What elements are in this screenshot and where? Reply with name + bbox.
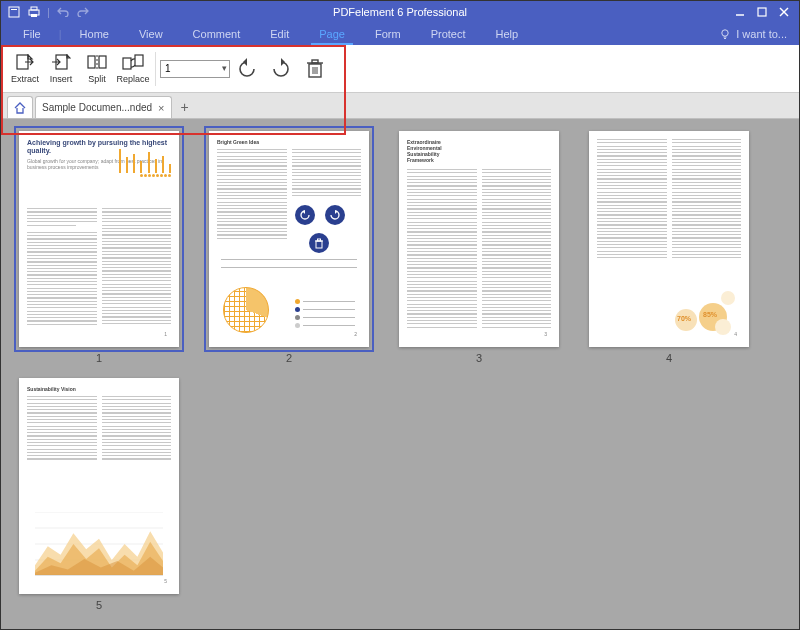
svg-point-9	[722, 30, 728, 36]
chevron-down-icon: ▾	[222, 63, 227, 73]
insert-icon	[50, 53, 72, 73]
toolbar-separator	[155, 52, 156, 86]
page4-bubbles: 70% 85%	[671, 289, 741, 339]
page5-heading: Sustainability Vision	[27, 386, 171, 392]
split-label: Split	[88, 74, 106, 84]
titlebar: | PDFelement 6 Professional	[1, 1, 799, 23]
page2-pie-chart	[223, 287, 269, 333]
minimize-button[interactable]	[731, 5, 749, 19]
split-button[interactable]: Split	[79, 53, 115, 84]
menu-edit[interactable]: Edit	[256, 25, 303, 43]
replace-icon	[122, 53, 144, 73]
page-number-input[interactable]: 1 ▾	[160, 60, 230, 78]
insert-label: Insert	[50, 74, 73, 84]
thumbnail-grid[interactable]: Achieving growth by pursuing the highest…	[1, 119, 799, 630]
delete-button[interactable]	[302, 56, 328, 82]
rotate-ccw-button[interactable]	[234, 56, 260, 82]
maximize-button[interactable]	[753, 5, 771, 19]
page3-heading: Extraordinaire Environmental Sustainabil…	[407, 139, 467, 163]
rotate-cw-button[interactable]	[268, 56, 294, 82]
svg-rect-1	[11, 9, 17, 10]
page-number-2: 2	[286, 352, 292, 364]
menu-file[interactable]: File	[9, 25, 55, 43]
page-number-1: 1	[96, 352, 102, 364]
menu-page[interactable]: Page	[305, 25, 359, 43]
page-toolbar: Extract Insert Split Replace 1 ▾	[1, 45, 799, 93]
page-number-3: 3	[476, 352, 482, 364]
svg-rect-17	[123, 58, 131, 69]
svg-rect-15	[99, 56, 106, 68]
tab-strip: Sample Documen...nded × +	[1, 93, 799, 119]
extract-label: Extract	[11, 74, 39, 84]
menu-comment[interactable]: Comment	[179, 25, 255, 43]
replace-label: Replace	[116, 74, 149, 84]
bulb-icon	[719, 28, 731, 40]
document-tab-title: Sample Documen...nded	[42, 102, 152, 113]
home-icon	[13, 102, 27, 114]
replace-button[interactable]: Replace	[115, 53, 151, 84]
tab-close-button[interactable]: ×	[158, 102, 164, 114]
home-tab[interactable]	[7, 96, 33, 118]
document-tab[interactable]: Sample Documen...nded ×	[35, 96, 172, 118]
split-icon	[86, 53, 108, 73]
svg-rect-6	[758, 8, 766, 16]
app-icon	[7, 5, 21, 19]
page-number-value: 1	[165, 63, 171, 74]
svg-rect-25	[316, 241, 322, 248]
page2-heading: Bright Green Idea	[217, 139, 361, 145]
page-thumbnail-3[interactable]: Extraordinaire Environmental Sustainabil…	[399, 131, 559, 347]
extract-icon	[14, 53, 36, 73]
menu-help[interactable]: Help	[481, 25, 532, 43]
page-thumbnail-5[interactable]: Sustainability Vision	[19, 378, 179, 594]
menu-form[interactable]: Form	[361, 25, 415, 43]
svg-rect-4	[31, 14, 37, 17]
menu-home[interactable]: Home	[66, 25, 123, 43]
page-thumbnail-1[interactable]: Achieving growth by pursuing the highest…	[19, 131, 179, 347]
extract-button[interactable]: Extract	[7, 53, 43, 84]
svg-rect-27	[318, 239, 321, 241]
insert-button[interactable]: Insert	[43, 53, 79, 84]
app-title: PDFelement 6 Professional	[333, 6, 467, 18]
new-tab-button[interactable]: +	[174, 96, 196, 118]
page2-legend	[295, 299, 355, 331]
page-number-5: 5	[96, 599, 102, 611]
i-want-to-label: I want to...	[736, 28, 787, 40]
svg-rect-3	[31, 7, 37, 10]
menu-protect[interactable]: Protect	[417, 25, 480, 43]
print-icon[interactable]	[27, 5, 41, 19]
page-thumbnail-2[interactable]: Bright Green Idea	[209, 131, 369, 347]
svg-rect-18	[135, 55, 143, 66]
menu-view[interactable]: View	[125, 25, 177, 43]
svg-rect-0	[9, 7, 19, 17]
undo-icon[interactable]	[56, 5, 70, 19]
svg-rect-14	[88, 56, 95, 68]
i-want-to[interactable]: I want to...	[719, 28, 799, 40]
close-button[interactable]	[775, 5, 793, 19]
page5-area-chart	[35, 512, 163, 576]
page-thumbnail-4[interactable]: 70% 85% 4	[589, 131, 749, 347]
page-number-4: 4	[666, 352, 672, 364]
menubar: File | Home View Comment Edit Page Form …	[1, 23, 799, 45]
redo-icon[interactable]	[76, 5, 90, 19]
page1-bar-chart	[119, 143, 171, 173]
svg-rect-21	[312, 60, 318, 63]
